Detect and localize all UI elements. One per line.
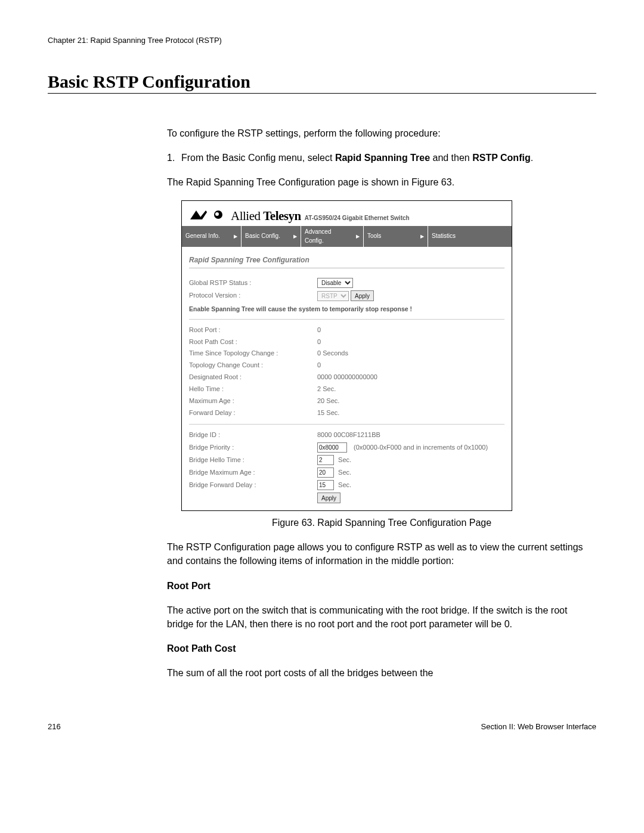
menu-basic-config-label: Basic Config. (245, 232, 280, 241)
chevron-right-icon: ▶ (287, 233, 297, 240)
label-hello-time: Hello Time : (189, 385, 317, 394)
chevron-right-icon: ▶ (228, 233, 237, 240)
label-forward-delay: Forward Delay : (189, 408, 317, 418)
root-port-heading: Root Port (167, 579, 596, 593)
protocol-version-select[interactable]: RSTP (317, 291, 349, 301)
divider (189, 424, 504, 425)
brand-allied: Allied (231, 209, 261, 223)
menu-basic-config[interactable]: Basic Config.▶ (242, 226, 301, 247)
step-1-bold-1: Rapid Spanning Tree (335, 153, 430, 163)
panel-title: Rapid Spanning Tree Configuration (189, 255, 504, 268)
label-protocol-version: Protocol Version : (189, 291, 317, 301)
menu-advanced-config[interactable]: Advanced Config.▶ (301, 226, 364, 247)
value-designated-root: 0000 000000000000 (317, 373, 377, 382)
value-hello-time: 2 Sec. (317, 385, 336, 394)
bridge-maximum-age-input[interactable] (317, 467, 334, 478)
label-bridge-priority: Bridge Priority : (189, 443, 317, 453)
step-1-bold-2: RSTP Config (472, 153, 530, 163)
product-subtitle: AT-GS950/24 Gigabit Ethernet Switch (305, 214, 410, 223)
bridge-forward-delay-input[interactable] (317, 480, 334, 490)
sec-suffix: Sec. (338, 456, 351, 463)
apply-protocol-button[interactable]: Apply (351, 290, 374, 301)
after-step-paragraph: The Rapid Spanning Tree Configuration pa… (167, 175, 596, 189)
figure-caption: Figure 63. Rapid Spanning Tree Configura… (167, 516, 596, 529)
apply-button[interactable]: Apply (317, 493, 340, 503)
step-1-number: 1. (167, 151, 181, 165)
label-bridge-forward-delay: Bridge Forward Delay : (189, 481, 317, 490)
value-forward-delay: 15 Sec. (317, 408, 339, 418)
chapter-header: Chapter 21: Rapid Spanning Tree Protocol… (48, 36, 596, 45)
sec-suffix: Sec. (338, 469, 351, 476)
value-root-port: 0 (317, 326, 321, 335)
label-root-port: Root Port : (189, 326, 317, 335)
page-number: 216 (48, 722, 61, 731)
label-time-since-topology: Time Since Topology Change : (189, 349, 317, 358)
menu-statistics[interactable]: Statistics (428, 226, 512, 247)
chevron-right-icon: ▶ (350, 233, 360, 240)
label-maximum-age: Maximum Age : (189, 397, 317, 406)
menu-general-info[interactable]: General Info.▶ (182, 226, 242, 247)
allied-telesyn-logo-icon (190, 209, 227, 220)
sec-suffix: Sec. (338, 481, 351, 488)
value-time-since-topology: 0 Seconds (317, 349, 348, 358)
intro-paragraph: To configure the RSTP settings, perform … (167, 126, 596, 140)
brand-telesyn: Telesyn (263, 209, 301, 223)
ui-header: Allied Telesyn AT-GS950/24 Gigabit Ether… (182, 201, 512, 226)
label-topology-change-count: Topology Change Count : (189, 361, 317, 370)
menu-tools[interactable]: Tools▶ (364, 226, 428, 247)
menu-statistics-label: Statistics (432, 232, 456, 241)
footer-section: Section II: Web Browser Interface (481, 722, 596, 731)
value-topology-change-count: 0 (317, 361, 321, 370)
step-1-text: From the Basic Config menu, select Rapid… (181, 151, 596, 165)
chevron-right-icon: ▶ (414, 233, 424, 240)
label-designated-root: Designated Root : (189, 373, 317, 382)
menu-general-info-label: General Info. (185, 232, 220, 241)
global-rstp-status-select[interactable]: Disable (317, 278, 353, 288)
label-bridge-id: Bridge ID : (189, 431, 317, 440)
section-title: Basic RSTP Configuration (48, 72, 596, 94)
step-1-text-c: and then (430, 153, 472, 163)
step-1: 1. From the Basic Config menu, select Ra… (167, 151, 596, 165)
menu-tools-label: Tools (367, 232, 381, 241)
after-figure-paragraph: The RSTP Configuration page allows you t… (167, 540, 596, 568)
step-1-text-a: From the Basic Config menu, select (181, 153, 335, 163)
label-root-path-cost: Root Path Cost : (189, 337, 317, 347)
brand-text: Allied Telesyn (231, 207, 301, 225)
bridge-priority-hint: (0x0000-0xF000 and in increments of 0x10… (354, 444, 488, 451)
label-bridge-maximum-age: Bridge Maximum Age : (189, 468, 317, 478)
step-1-text-e: . (531, 153, 533, 163)
divider (189, 319, 504, 320)
bridge-hello-time-input[interactable] (317, 455, 334, 465)
value-root-path-cost: 0 (317, 337, 321, 347)
root-path-cost-description: The sum of all the root port costs of al… (167, 666, 596, 680)
value-bridge-id: 8000 00C08F1211BB (317, 431, 380, 440)
root-path-cost-heading: Root Path Cost (167, 642, 596, 655)
root-port-description: The active port on the switch that is co… (167, 603, 596, 631)
menu-advanced-config-label: Advanced Config. (305, 228, 350, 245)
label-bridge-hello-time: Bridge Hello Time : (189, 456, 317, 465)
rstp-config-screenshot: Allied Telesyn AT-GS950/24 Gigabit Ether… (181, 200, 512, 511)
bridge-priority-input[interactable] (317, 442, 347, 453)
menubar: General Info.▶ Basic Config.▶ Advanced C… (182, 226, 512, 247)
spanning-tree-warning: Enable Spanning Tree will cause the syst… (189, 305, 504, 314)
svg-point-4 (215, 212, 219, 216)
value-maximum-age: 20 Sec. (317, 397, 339, 406)
label-global-rstp-status: Global RSTP Status : (189, 278, 317, 288)
